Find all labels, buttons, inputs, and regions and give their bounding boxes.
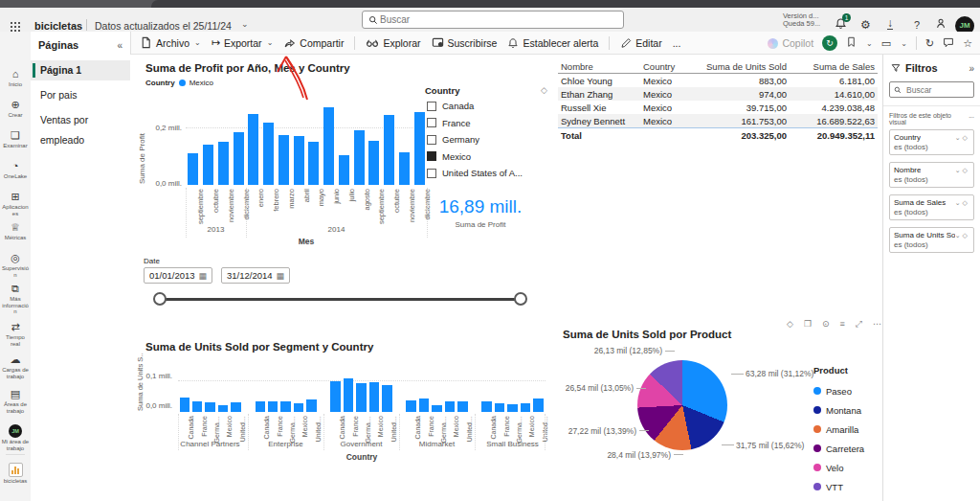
collapse-panel-icon[interactable]: « bbox=[117, 40, 122, 51]
help-icon[interactable]: ? bbox=[914, 19, 920, 31]
bar[interactable] bbox=[356, 383, 367, 412]
start-date-input[interactable]: 01/01/2013 ▦ bbox=[144, 267, 212, 284]
column-header[interactable]: Suma de Units Sold bbox=[694, 59, 790, 73]
dataset-status-dropdown[interactable]: Datos actualizados el 25/11/24 bbox=[95, 20, 232, 32]
bar[interactable] bbox=[382, 385, 392, 412]
more-options-button[interactable]: ... bbox=[673, 37, 681, 49]
filter-card-nombre[interactable]: Nombre⌄◇es (todos) bbox=[889, 162, 974, 188]
eraser-icon[interactable]: ◇ bbox=[963, 167, 969, 173]
bar[interactable] bbox=[369, 382, 380, 412]
collapse-panel-icon[interactable]: » bbox=[969, 63, 974, 74]
bar[interactable] bbox=[344, 378, 354, 412]
page-item[interactable]: Ventas por empleado bbox=[31, 110, 130, 130]
slicer-option[interactable]: Germany bbox=[427, 134, 479, 145]
table-row[interactable]: Chloe YoungMexico883,006.181,00 bbox=[558, 74, 878, 87]
bar[interactable] bbox=[495, 403, 505, 412]
sidebar-item-inicio[interactable]: ⌂Inicio bbox=[0, 68, 31, 88]
bar[interactable] bbox=[278, 135, 289, 185]
view-icon[interactable]: ▭ bbox=[881, 37, 891, 50]
filter-card-suma-de-units-sold[interactable]: Suma de Units Sold⌄◇es (todos) bbox=[889, 227, 974, 253]
chevron-down-icon[interactable]: ⌄ bbox=[241, 19, 249, 29]
file-menu-button[interactable]: Archivo⌄ bbox=[140, 36, 201, 49]
bar[interactable] bbox=[294, 136, 304, 185]
bar[interactable] bbox=[263, 123, 274, 185]
bar[interactable] bbox=[306, 399, 317, 412]
bar[interactable] bbox=[414, 112, 425, 185]
edit-button[interactable]: Editar bbox=[620, 37, 661, 49]
slicer-option[interactable]: Canada bbox=[427, 101, 474, 111]
sidebar-item-crear[interactable]: ⊕Crear bbox=[0, 99, 31, 119]
filters-search[interactable] bbox=[889, 81, 974, 98]
bar[interactable] bbox=[180, 398, 190, 412]
column-header[interactable]: Country bbox=[640, 59, 694, 73]
explore-button[interactable]: Explorar bbox=[366, 36, 420, 49]
bar[interactable] bbox=[234, 132, 244, 185]
bar[interactable] bbox=[330, 381, 341, 412]
table-row[interactable]: Sydney BennettMexico161.753,0016.689.522… bbox=[558, 114, 878, 128]
refresh-icon[interactable]: ↻ bbox=[925, 37, 934, 50]
table-row[interactable]: Russell XieMexico39.715,004.239.038,48 bbox=[558, 101, 878, 114]
eraser-icon[interactable]: ◇ bbox=[963, 134, 969, 141]
bar[interactable] bbox=[432, 405, 442, 412]
bar[interactable] bbox=[419, 399, 430, 412]
subscribe-button[interactable]: Suscribirse bbox=[432, 36, 498, 49]
green-badge-icon[interactable]: ↻ bbox=[822, 35, 837, 51]
checkbox-unchecked[interactable] bbox=[427, 135, 436, 145]
bar[interactable] bbox=[323, 107, 334, 185]
filter-card-suma-de-sales[interactable]: Suma de Sales⌄◇es (todos) bbox=[889, 194, 974, 220]
slicer-option[interactable]: Mexico bbox=[427, 151, 471, 162]
column-header[interactable]: Suma de Sales bbox=[790, 59, 878, 73]
share-button[interactable]: Compartir bbox=[283, 36, 344, 49]
bar[interactable] bbox=[384, 115, 394, 186]
chevron-down-icon[interactable]: ⌄ bbox=[955, 134, 963, 141]
sidebar-item--reas-de-trabajo[interactable]: ▤Áreas de trabajo bbox=[0, 388, 31, 414]
eraser-icon[interactable]: ◇ bbox=[963, 232, 969, 239]
bar[interactable] bbox=[268, 401, 278, 412]
export-menu-button[interactable]: ↦ Exportar⌄ bbox=[212, 36, 274, 49]
bar[interactable] bbox=[507, 404, 518, 412]
bar[interactable] bbox=[218, 142, 229, 185]
bar[interactable] bbox=[457, 401, 468, 412]
bar[interactable] bbox=[205, 402, 215, 412]
slicer-option[interactable]: France bbox=[427, 118, 471, 128]
bar[interactable] bbox=[481, 401, 492, 412]
feedback-person-icon[interactable] bbox=[935, 17, 947, 33]
eraser-icon[interactable]: ◇ bbox=[541, 85, 547, 95]
more-options-icon[interactable]: ... bbox=[969, 112, 974, 125]
sidebar-item-supervisi-n[interactable]: ◎Supervisión bbox=[0, 252, 31, 278]
bar[interactable] bbox=[294, 403, 304, 412]
slicer-option[interactable]: United States of A... bbox=[427, 168, 523, 178]
bar[interactable] bbox=[533, 399, 544, 412]
sidebar-item-examinar[interactable]: ❏Examinar bbox=[0, 129, 31, 149]
bar[interactable] bbox=[256, 401, 266, 413]
copilot-button[interactable]: Copilot bbox=[768, 37, 813, 49]
sidebar-item-tiempo-real[interactable]: ⇄Tiempo real bbox=[0, 321, 31, 347]
checkbox-unchecked[interactable] bbox=[427, 169, 436, 178]
sidebar-item-bicicletas[interactable]: bicicletas bbox=[0, 463, 31, 485]
bookmark-icon[interactable] bbox=[846, 36, 857, 50]
bar[interactable] bbox=[445, 401, 456, 413]
chevron-down-icon[interactable]: ⌄ bbox=[955, 167, 963, 173]
checkbox-unchecked[interactable] bbox=[427, 102, 436, 111]
page-item[interactable]: Página 1 bbox=[31, 60, 130, 80]
waffle-menu-icon[interactable] bbox=[11, 22, 12, 24]
bar[interactable] bbox=[188, 153, 198, 185]
bar[interactable] bbox=[339, 155, 349, 185]
sidebar-item-m-tricas[interactable]: ♕Métricas bbox=[0, 221, 31, 241]
checkbox-unchecked[interactable] bbox=[427, 118, 436, 127]
bar[interactable] bbox=[406, 400, 416, 412]
global-search[interactable] bbox=[362, 11, 624, 29]
chevron-down-icon[interactable]: ⌄ bbox=[955, 199, 963, 206]
checkbox-checked[interactable] bbox=[427, 151, 436, 161]
bar[interactable] bbox=[280, 401, 291, 413]
bar[interactable] bbox=[218, 405, 229, 412]
eraser-icon[interactable]: ◇ bbox=[963, 199, 969, 206]
table-row[interactable]: Ethan ZhangMexico974,0014.610,00 bbox=[558, 87, 878, 101]
sidebar-item-m-s-informaci-n[interactable]: ⧉Más información bbox=[0, 283, 31, 315]
settings-gear-icon[interactable]: ⚙ bbox=[860, 18, 871, 32]
bar[interactable] bbox=[399, 152, 410, 185]
bar[interactable] bbox=[368, 141, 379, 185]
chevron-down-icon[interactable]: ⌄ bbox=[866, 39, 873, 48]
pie-chart[interactable] bbox=[637, 360, 727, 450]
end-date-input[interactable]: 31/12/2014 ▦ bbox=[221, 267, 290, 284]
